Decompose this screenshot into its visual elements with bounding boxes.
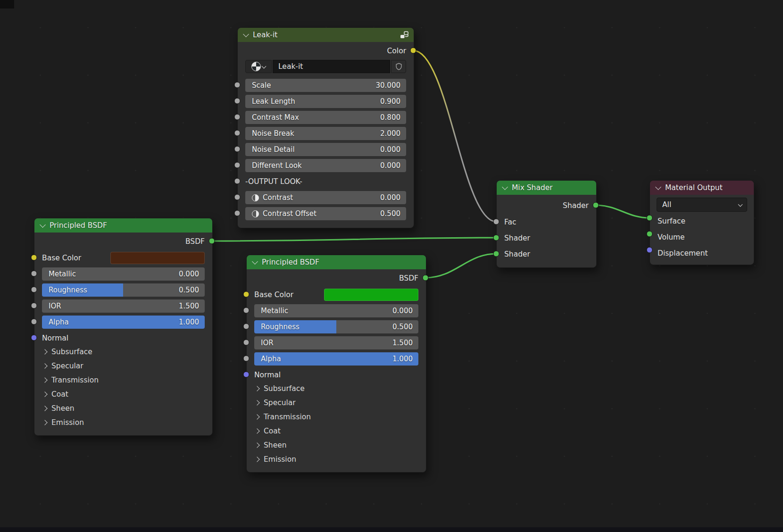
socket-leak-it-scale[interactable] <box>234 82 241 88</box>
socket-output-displacement[interactable] <box>647 247 653 253</box>
slider-metallic[interactable]: Metallic 0.000 <box>254 304 418 317</box>
socket-mix-fac[interactable] <box>493 219 500 225</box>
socket-bsdf-left-base-color[interactable] <box>31 255 37 261</box>
separator-text: -OUTPUT LOOK- <box>245 177 302 186</box>
slider-different-look[interactable]: Different Look 0.000 <box>245 159 406 172</box>
section-transmission[interactable]: Transmission <box>247 410 426 424</box>
base-color-swatch[interactable] <box>324 289 418 301</box>
node-material-output[interactable]: Material Output All Surface Volume Displ… <box>650 180 754 265</box>
node-mix-shader[interactable]: Mix Shader Shader Fac Shader Shader <box>496 180 597 268</box>
socket-leak-it-noise-detail[interactable] <box>234 146 241 152</box>
section-specular[interactable]: Specular <box>34 359 212 373</box>
socket-bsdf-bottom-roughness[interactable] <box>243 324 250 330</box>
node-header-material-output[interactable]: Material Output <box>650 181 754 195</box>
slider-roughness[interactable]: Roughness 0.500 <box>42 283 205 297</box>
shield-button[interactable] <box>391 60 406 73</box>
slider-ior[interactable]: IOR 1.500 <box>42 299 205 313</box>
socket-bsdf-bottom-normal[interactable] <box>243 372 250 378</box>
node-header-leak-it[interactable]: Leak-it <box>238 28 414 42</box>
socket-mix-shader-output[interactable] <box>593 202 599 208</box>
collapse-chevron-icon[interactable] <box>243 31 249 37</box>
socket-bsdf-bottom-alpha[interactable] <box>243 356 250 362</box>
node-editor-canvas[interactable]: Leak-it Color Leak-it <box>0 0 783 532</box>
slider-label: Metallic <box>49 270 175 278</box>
slider-value: 1.000 <box>179 318 199 326</box>
output-look-label: -OUTPUT LOOK- <box>245 175 406 188</box>
target-dropdown[interactable]: All <box>657 198 747 212</box>
node-name-input[interactable]: Leak-it <box>273 60 390 73</box>
slider-alpha[interactable]: Alpha 1.000 <box>42 316 205 329</box>
slider-label: Metallic <box>261 307 389 315</box>
base-color-row: Base Color <box>42 251 205 265</box>
slider-contrast-max[interactable]: Contrast Max 0.800 <box>245 111 406 124</box>
socket-bsdf-left-alpha[interactable] <box>31 319 37 325</box>
socket-leak-it-contrast[interactable] <box>234 194 241 200</box>
editor-corner-notch <box>0 0 14 8</box>
section-coat[interactable]: Coat <box>247 424 426 438</box>
section-subsurface[interactable]: Subsurface <box>34 345 212 359</box>
section-sheen[interactable]: Sheen <box>34 401 212 416</box>
slider-alpha[interactable]: Alpha 1.000 <box>254 352 418 366</box>
output-row-color: Color <box>238 44 414 58</box>
socket-leak-it-different-look[interactable] <box>234 162 241 168</box>
wire-color-to-fac <box>413 50 496 222</box>
socket-bsdf-left-output[interactable] <box>209 238 215 244</box>
section-label: Emission <box>51 418 84 427</box>
slider-metallic[interactable]: Metallic 0.000 <box>42 267 205 281</box>
output-label: BSDF <box>399 274 418 283</box>
socket-bsdf-left-ior[interactable] <box>31 303 37 309</box>
section-label: Sheen <box>264 441 287 449</box>
socket-leak-it-output-look[interactable] <box>234 178 241 184</box>
socket-output-volume[interactable] <box>647 231 653 237</box>
section-emission[interactable]: Emission <box>34 416 212 430</box>
collapse-chevron-icon[interactable] <box>252 258 258 265</box>
socket-bsdf-bottom-ior[interactable] <box>243 340 250 346</box>
section-subsurface[interactable]: Subsurface <box>247 382 426 396</box>
slider-scale[interactable]: Scale 30.000 <box>245 79 406 92</box>
socket-leak-it-noise-break[interactable] <box>234 130 241 136</box>
collapse-chevron-icon[interactable] <box>502 184 508 190</box>
node-header-principled-bottom[interactable]: Principled BSDF <box>247 255 426 269</box>
slider-noise-break[interactable]: Noise Break 2.000 <box>245 127 406 140</box>
socket-output-surface[interactable] <box>647 215 653 221</box>
section-emission[interactable]: Emission <box>247 452 426 466</box>
node-tree-browser-button[interactable] <box>245 60 272 73</box>
socket-bsdf-bottom-metallic[interactable] <box>243 308 250 314</box>
slider-roughness[interactable]: Roughness 0.500 <box>254 320 418 333</box>
slider-contrast-offset[interactable]: Contrast Offset 0.500 <box>245 207 406 220</box>
socket-bsdf-left-normal[interactable] <box>31 335 37 341</box>
slider-contrast[interactable]: Contrast 0.000 <box>245 191 406 204</box>
section-label: Specular <box>51 362 83 370</box>
socket-leak-it-contrast-offset[interactable] <box>234 210 241 216</box>
chevron-right-icon <box>254 386 259 391</box>
socket-mix-shader-1[interactable] <box>493 235 500 241</box>
slider-noise-detail[interactable]: Noise Detail 0.000 <box>245 143 406 156</box>
section-coat[interactable]: Coat <box>34 387 212 401</box>
socket-bsdf-left-roughness[interactable] <box>31 287 37 293</box>
socket-bsdf-left-metallic[interactable] <box>31 271 37 277</box>
normal-row: Normal <box>247 368 426 382</box>
slider-leak-length[interactable]: Leak Length 0.900 <box>245 95 406 108</box>
node-header-principled-left[interactable]: Principled BSDF <box>34 218 212 233</box>
socket-leak-it-contrast-max[interactable] <box>234 114 241 120</box>
node-leak-it[interactable]: Leak-it Color Leak-it <box>237 27 414 228</box>
chevron-right-icon <box>42 420 47 425</box>
socket-leak-it-leak-length[interactable] <box>234 98 241 104</box>
input-label: Fac <box>504 218 516 226</box>
socket-bsdf-bottom-base-color[interactable] <box>243 291 250 298</box>
node-principled-bsdf-left[interactable]: Principled BSDF BSDF Base Color Metallic… <box>34 218 213 436</box>
normal-label: Normal <box>42 334 68 342</box>
collapse-chevron-icon[interactable] <box>40 222 46 228</box>
socket-mix-shader-2[interactable] <box>493 251 500 257</box>
section-transmission[interactable]: Transmission <box>34 373 212 387</box>
node-header-mix-shader[interactable]: Mix Shader <box>497 181 596 195</box>
base-color-swatch[interactable] <box>110 252 205 264</box>
socket-leak-it-color-output[interactable] <box>410 48 416 54</box>
slider-ior[interactable]: IOR 1.500 <box>254 336 418 349</box>
collapse-chevron-icon[interactable] <box>655 184 661 190</box>
socket-bsdf-bottom-output[interactable] <box>423 275 429 281</box>
section-sheen[interactable]: Sheen <box>247 438 426 452</box>
section-specular[interactable]: Specular <box>247 396 426 410</box>
node-principled-bsdf-bottom[interactable]: Principled BSDF BSDF Base Color Metallic… <box>246 255 426 473</box>
output-row-bsdf: BSDF <box>34 234 212 249</box>
